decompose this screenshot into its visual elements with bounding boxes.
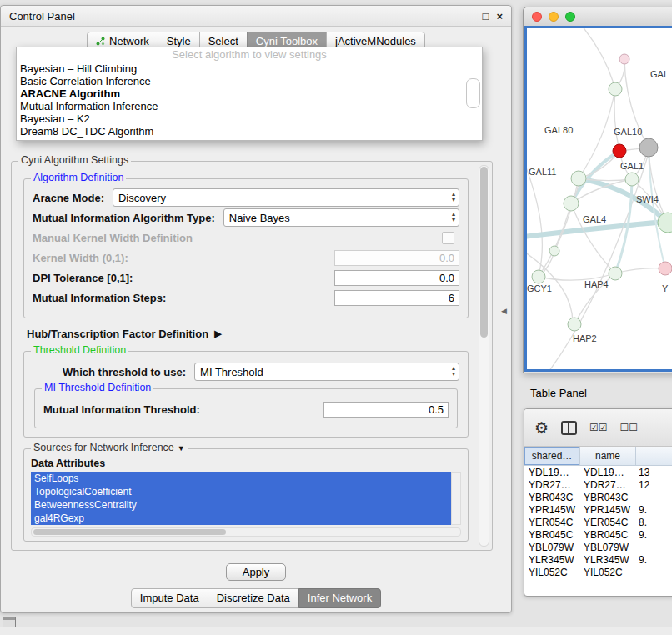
algorithm-option[interactable]: Bayesian – K2 — [17, 112, 482, 125]
network-window-titlebar[interactable] — [524, 8, 672, 27]
kernel-width-field[interactable]: 0.0 — [334, 250, 459, 266]
network-node[interactable] — [619, 54, 629, 64]
tab-label: Cyni Toolbox — [256, 35, 318, 48]
network-node[interactable] — [571, 171, 586, 186]
network-node[interactable] — [568, 318, 581, 331]
network-node[interactable] — [639, 138, 658, 157]
network-edge[interactable] — [539, 203, 571, 277]
dpi-tolerance-field[interactable]: 0.0 — [334, 270, 459, 286]
cyni-settings-title: Cyni Algorithm Settings — [18, 154, 131, 166]
node-label: HAP4 — [584, 279, 609, 289]
table-row[interactable]: YPR145WYPR145W9. — [524, 503, 672, 516]
table-row[interactable]: YDL19…YDL19…13 — [524, 466, 672, 478]
kernel-width-row: Kernel Width (0,1): 0.0 — [33, 249, 459, 266]
table-row[interactable]: YBR043CYBR043C — [524, 491, 672, 503]
float-window-icon[interactable]: □ — [483, 11, 489, 22]
combo-down-glyph: ▾ — [452, 197, 455, 202]
network-edge[interactable] — [614, 89, 619, 151]
mi-type-row: Mutual Information Algorithm Type: Naive… — [33, 209, 459, 226]
table-row[interactable]: YDR27…YDR27…12 — [524, 478, 672, 491]
table-row[interactable]: YER054CYER054C8. — [524, 516, 672, 528]
mi-steps-field[interactable]: 6 — [334, 290, 459, 306]
bottom-tab-bar: Impute DataDiscretize DataInfer Network — [1, 588, 511, 608]
node-label: GCY1 — [527, 283, 552, 293]
algorithm-option[interactable]: Basic Correlation Inference — [17, 75, 482, 88]
gear-icon[interactable]: ⚙ — [534, 420, 549, 436]
table-row[interactable]: YIL052CYIL052C — [524, 566, 672, 578]
attributes-vertical-scrollbar[interactable] — [451, 472, 461, 525]
attributes-horizontal-scrollbar[interactable] — [31, 528, 461, 537]
attribute-item[interactable]: BetweennessCentrality — [31, 498, 451, 512]
data-attributes-label: Data Attributes — [31, 458, 461, 469]
bottom-tab-discretize-data[interactable]: Discretize Data — [208, 588, 299, 608]
mi-threshold-definition-group: MI Threshold Definition Mutual Informati… — [34, 388, 458, 428]
minimize-traffic-light-icon[interactable] — [549, 12, 559, 22]
sources-title[interactable]: Sources for Network Inference▼ — [31, 442, 188, 453]
network-edge[interactable] — [615, 268, 665, 273]
network-node[interactable] — [609, 82, 622, 96]
which-threshold-select[interactable]: MI Threshold ▴ ▾ — [194, 362, 459, 381]
data-attributes-listbox: SelfLoopsTopologicalCoefficientBetweenne… — [31, 472, 461, 525]
network-node[interactable] — [549, 246, 559, 256]
combo-arrows-icon: ▴ ▾ — [452, 365, 455, 377]
hub-definition-expander[interactable]: Hub/Transcription Factor Definition ▶ — [27, 328, 492, 340]
network-canvas-svg[interactable]: GALGAL80GAL10GAL11GAL1SWI4GAL4GCY1HAP4YH… — [527, 28, 672, 372]
tab-label: Impute Data — [140, 592, 199, 604]
network-node[interactable] — [532, 270, 545, 283]
bottom-tab-impute-data[interactable]: Impute Data — [131, 588, 208, 608]
close-icon[interactable]: × — [496, 11, 503, 22]
control-panel-window: Control Panel □ × NetworkStyleSelectCyni… — [0, 5, 512, 613]
network-node[interactable] — [609, 267, 622, 280]
table-cell: YER054C — [524, 517, 579, 528]
table-row[interactable]: YBR045CYBR045C9. — [524, 528, 672, 541]
threshold-definition-group: Threshold Definition Which threshold to … — [23, 351, 469, 438]
mi-threshold-field[interactable]: 0.5 — [323, 402, 449, 418]
checked-boxes-icon[interactable]: ☑☑ — [589, 422, 608, 433]
control-panel-titlebar[interactable]: Control Panel □ × — [1, 6, 511, 27]
settings-vertical-scrollbar[interactable] — [479, 165, 489, 547]
bottom-tab-infer-network[interactable]: Infer Network — [298, 588, 381, 608]
network-node[interactable] — [613, 144, 626, 158]
column-header[interactable]: shared… — [524, 447, 580, 465]
column-header[interactable] — [636, 447, 672, 465]
attribute-item[interactable]: TopologicalCoefficient — [31, 485, 451, 498]
network-node[interactable] — [659, 262, 672, 275]
table-cell: YBL079W — [579, 542, 634, 553]
apply-button[interactable]: Apply — [226, 563, 286, 581]
algorithm-definition-title: Algorithm Definition — [31, 172, 126, 183]
columns-icon[interactable] — [561, 421, 577, 435]
table-cell: 9. — [634, 529, 672, 541]
manual-kernel-width-checkbox[interactable] — [442, 232, 454, 244]
mi-algorithm-type-select[interactable]: Naive Bayes ▴ ▾ — [223, 208, 459, 227]
expand-right-icon: ▶ — [214, 328, 221, 339]
desktop: Control Panel □ × NetworkStyleSelectCyni… — [0, 0, 672, 635]
network-canvas[interactable]: GALGAL80GAL10GAL11GAL1SWI4GAL4GCY1HAP4YH… — [524, 26, 672, 372]
table-cell: YDR27… — [524, 479, 579, 491]
algorithm-option[interactable]: Dream8 DC_TDC Algorithm — [17, 125, 482, 138]
scrollbar-thumb[interactable] — [33, 529, 226, 535]
tab-label: Infer Network — [308, 592, 372, 604]
popup-scrollbar-thumb[interactable] — [466, 78, 480, 108]
table-row[interactable]: YBL079WYBL079W — [524, 541, 672, 553]
network-node[interactable] — [625, 172, 639, 186]
attribute-item[interactable]: gal4RGexp — [31, 512, 451, 525]
aracne-mode-select[interactable]: Discovery ▴ ▾ — [113, 188, 459, 207]
combo-down-glyph: ▾ — [452, 371, 455, 377]
mi-threshold-definition-title: MI Threshold Definition — [42, 382, 153, 393]
close-traffic-light-icon[interactable] — [532, 12, 542, 22]
table-row[interactable]: YLR345WYLR345W9. — [524, 553, 672, 566]
network-node[interactable] — [564, 196, 579, 211]
table-cell: 12 — [634, 479, 672, 491]
algorithm-option[interactable]: Bayesian – Hill Climbing — [17, 62, 482, 75]
algorithm-option[interactable]: Mutual Information Inference — [17, 100, 482, 112]
algorithm-option[interactable]: ARACNE Algorithm — [17, 88, 482, 100]
zoom-traffic-light-icon[interactable] — [565, 12, 575, 22]
unchecked-boxes-icon[interactable]: ☐☐ — [620, 422, 639, 433]
column-header[interactable]: name — [580, 447, 636, 465]
attribute-item[interactable]: SelfLoops — [31, 472, 451, 485]
network-edge[interactable] — [579, 89, 615, 178]
columns-icon-divider — [568, 422, 569, 433]
panel-collapse-icon[interactable]: ◀ — [501, 307, 507, 315]
collapse-down-icon: ▼ — [178, 444, 185, 452]
scrollbar-thumb[interactable] — [480, 167, 488, 338]
